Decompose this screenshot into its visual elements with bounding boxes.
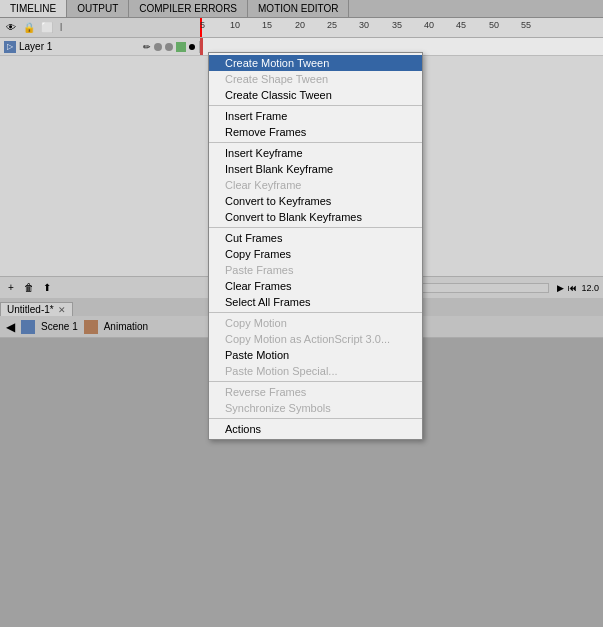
menu-item[interactable]: Insert Blank Keyframe	[209, 161, 422, 177]
layer-visibility-dot[interactable]	[154, 43, 162, 51]
menu-item: Copy Motion	[209, 315, 422, 331]
menu-item[interactable]: Convert to Keyframes	[209, 193, 422, 209]
menu-item: Synchronize Symbols	[209, 400, 422, 416]
ruler-mark-45: 45	[456, 20, 466, 30]
frame-count: 12.0	[581, 283, 599, 293]
timeline-header: 👁 🔒 ⬜ l 5 10 15 20 25 30 35 40 45 50 55	[0, 18, 603, 38]
scene-icon	[21, 320, 35, 334]
tab-output[interactable]: OUTPUT	[67, 0, 129, 17]
ruler-mark-20: 20	[295, 20, 305, 30]
menu-item[interactable]: Clear Frames	[209, 278, 422, 294]
menu-item[interactable]: Insert Frame	[209, 108, 422, 124]
back-arrow-icon[interactable]: ◀	[6, 320, 15, 334]
menu-item: Clear Keyframe	[209, 177, 422, 193]
menu-separator	[209, 312, 422, 313]
visibility-icon[interactable]: 👁	[4, 21, 18, 35]
menu-item[interactable]: Select All Frames	[209, 294, 422, 310]
menu-item[interactable]: Create Classic Tween	[209, 87, 422, 103]
ruler-mark-35: 35	[392, 20, 402, 30]
ruler-mark-40: 40	[424, 20, 434, 30]
layer-folder-icon: ▷	[4, 41, 16, 53]
menu-separator	[209, 227, 422, 228]
menu-item[interactable]: Create Motion Tween	[209, 55, 422, 71]
menu-item: Reverse Frames	[209, 384, 422, 400]
menu-item[interactable]: Convert to Blank Keyframes	[209, 209, 422, 225]
anim-label[interactable]: Animation	[104, 321, 148, 332]
delete-layer-icon[interactable]: 🗑	[22, 281, 36, 295]
anim-icon	[84, 320, 98, 334]
menu-item[interactable]: Copy Frames	[209, 246, 422, 262]
scene-label[interactable]: Scene 1	[41, 321, 78, 332]
timeline-controls: 👁 🔒 ⬜ l	[0, 21, 200, 35]
menu-item: Create Shape Tween	[209, 71, 422, 87]
menu-item: Paste Motion Special...	[209, 363, 422, 379]
frame-marker	[189, 44, 195, 50]
ruler-mark-55: 55	[521, 20, 531, 30]
tab-motion-editor[interactable]: MOTION EDITOR	[248, 0, 349, 17]
rewind-icon[interactable]: ⏮	[568, 283, 577, 293]
menu-separator	[209, 381, 422, 382]
tab-timeline[interactable]: TIMELINE	[0, 0, 67, 17]
edit-icon[interactable]: ✏	[143, 42, 151, 52]
playhead-line	[200, 38, 203, 55]
playhead-indicator: ▶	[557, 283, 564, 293]
menu-separator	[209, 105, 422, 106]
ruler-mark-30: 30	[359, 20, 369, 30]
doc-tab-close-icon[interactable]: ✕	[58, 305, 66, 315]
context-menu: Create Motion TweenCreate Shape TweenCre…	[208, 52, 423, 440]
menu-item: Paste Frames	[209, 262, 422, 278]
ruler-mark-15: 15	[262, 20, 272, 30]
menu-item[interactable]: Cut Frames	[209, 230, 422, 246]
doc-tab-label: Untitled-1*	[7, 304, 54, 315]
layer-color-box[interactable]	[176, 42, 186, 52]
menu-separator	[209, 142, 422, 143]
timeline-ruler: 5 10 15 20 25 30 35 40 45 50 55	[200, 18, 603, 37]
tab-compiler-errors[interactable]: COMPILER ERRORS	[129, 0, 248, 17]
ruler-mark-50: 50	[489, 20, 499, 30]
ruler-content: 5 10 15 20 25 30 35 40 45 50 55	[200, 18, 603, 37]
menu-item: Copy Motion as ActionScript 3.0...	[209, 331, 422, 347]
menu-item[interactable]: Remove Frames	[209, 124, 422, 140]
ruler-mark-5: 5	[200, 20, 205, 30]
doc-tab-untitled[interactable]: Untitled-1* ✕	[0, 302, 73, 316]
ruler-mark-25: 25	[327, 20, 337, 30]
menu-item[interactable]: Insert Keyframe	[209, 145, 422, 161]
menu-item[interactable]: Paste Motion	[209, 347, 422, 363]
layer-lock-dot[interactable]	[165, 43, 173, 51]
lock-icon[interactable]: 🔒	[22, 21, 36, 35]
layer-name[interactable]: Layer 1	[19, 41, 140, 52]
ruler-mark-10: 10	[230, 20, 240, 30]
add-layer-icon[interactable]: +	[4, 281, 18, 295]
menu-item[interactable]: Actions	[209, 421, 422, 437]
move-layer-icon[interactable]: ⬆	[40, 281, 54, 295]
menu-separator	[209, 418, 422, 419]
layer-name-area: ▷ Layer 1 ✏	[0, 41, 200, 53]
tab-bar: TIMELINE OUTPUT COMPILER ERRORS MOTION E…	[0, 0, 603, 18]
layer-col-label: l	[60, 22, 62, 33]
outline-icon[interactable]: ⬜	[40, 21, 54, 35]
